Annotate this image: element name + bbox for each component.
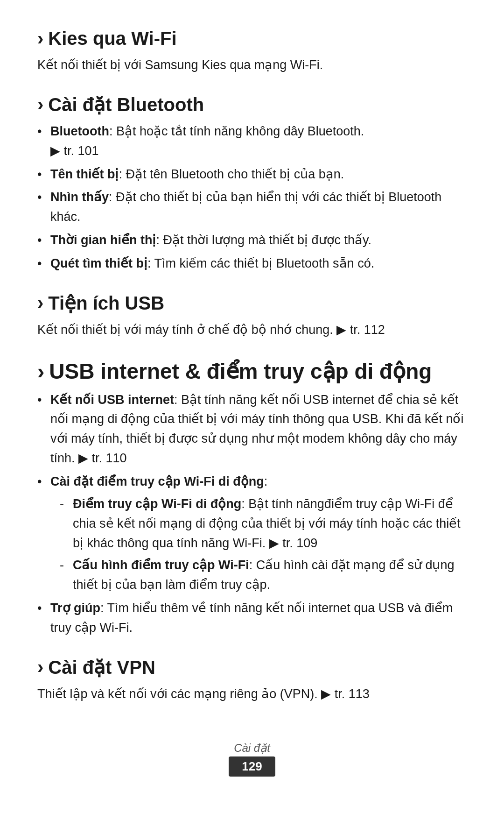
chevron-icon: › [37, 657, 43, 678]
section-title-text: USB internet & điểm truy cập di động [49, 359, 432, 384]
kies-wifi-desc: Kết nối thiết bị với Samsung Kies qua mạ… [37, 56, 467, 75]
bullet-bold: Tên thiết bị [50, 167, 119, 181]
vpn-desc: Thiết lập và kết nối với các mạng riêng … [37, 685, 467, 704]
sub-list-hotspot: Điểm truy cập Wi-Fi di động: Bật tính nă… [60, 495, 467, 595]
bullet-bold: Bluetooth [50, 124, 109, 138]
sub-item-diem-truy-cap: Điểm truy cập Wi-Fi di động: Bật tính nă… [60, 495, 467, 553]
section-title-text: Kies qua Wi-Fi [48, 28, 176, 49]
sub-bold: Điểm truy cập Wi-Fi di động [73, 497, 241, 511]
bullet-ket-noi-usb: Kết nối USB internet: Bật tính năng kết … [37, 390, 467, 468]
sub-item-cau-hinh: Cấu hình điểm truy cập Wi-Fi: Cấu hình c… [60, 556, 467, 595]
section-vpn: › Cài đặt VPN Thiết lập và kết nối với c… [37, 657, 467, 704]
section-bluetooth: › Cài đặt Bluetooth Bluetooth: Bật hoặc … [37, 94, 467, 274]
bullet-tro-giup: Trợ giúp: Tìm hiểu thêm về tính năng kết… [37, 599, 467, 638]
bullet-thoi-gian: Thời gian hiển thị: Đặt thời lượng mà th… [37, 231, 467, 250]
section-title-text: Tiện ích USB [48, 292, 164, 314]
footer-label: Cài đặt [37, 742, 467, 755]
page-footer: Cài đặt 129 [37, 732, 467, 777]
chevron-icon: › [37, 292, 43, 313]
bullet-bold: Kết nối USB internet [50, 393, 174, 407]
usb-internet-bullets: Kết nối USB internet: Bật tính năng kết … [37, 390, 467, 638]
bullet-bold: Quét tìm thiết bị [50, 256, 147, 270]
chevron-icon: › [37, 94, 43, 115]
chevron-icon: › [37, 28, 43, 49]
bullet-bold: Trợ giúp [50, 601, 100, 615]
bullet-bold: Cài đặt điểm truy cập Wi-Fi di động [50, 474, 264, 488]
bullet-ten-thiet-bi: Tên thiết bị: Đặt tên Bluetooth cho thiế… [37, 165, 467, 184]
bullet-cai-dat-diem-truy-cap: Cài đặt điểm truy cập Wi-Fi di động: Điể… [37, 472, 467, 595]
chevron-icon: › [37, 359, 44, 384]
bullet-bluetooth: Bluetooth: Bật hoặc tắt tính năng không … [37, 122, 467, 161]
section-title-text: Cài đặt Bluetooth [48, 94, 204, 115]
bullet-bold: Thời gian hiển thị [50, 233, 156, 247]
section-title-usb-utility: › Tiện ích USB [37, 292, 467, 314]
sub-bold: Cấu hình điểm truy cập Wi-Fi [73, 558, 249, 572]
bullet-quet-tim: Quét tìm thiết bị: Tìm kiếm các thiết bị… [37, 254, 467, 274]
bluetooth-bullets: Bluetooth: Bật hoặc tắt tính năng không … [37, 122, 467, 274]
section-kies-wifi: › Kies qua Wi-Fi Kết nối thiết bị với Sa… [37, 28, 467, 75]
section-title-usb-internet: › USB internet & điểm truy cập di động [37, 359, 467, 384]
section-title-kies-wifi: › Kies qua Wi-Fi [37, 28, 467, 49]
bullet-bold: Nhìn thấy [50, 190, 109, 204]
page-number: 129 [229, 756, 275, 777]
section-title-vpn: › Cài đặt VPN [37, 657, 467, 678]
section-title-text: Cài đặt VPN [48, 657, 155, 678]
section-usb-utility: › Tiện ích USB Kết nối thiết bị với máy … [37, 292, 467, 340]
bullet-nhin-thay: Nhìn thấy: Đặt cho thiết bị của bạn hiển… [37, 188, 467, 227]
usb-utility-desc: Kết nối thiết bị với máy tính ở chế độ b… [37, 320, 467, 340]
section-title-bluetooth: › Cài đặt Bluetooth [37, 94, 467, 115]
section-usb-internet: › USB internet & điểm truy cập di động K… [37, 359, 467, 638]
page-content: › Kies qua Wi-Fi Kết nối thiết bị với Sa… [37, 28, 467, 777]
